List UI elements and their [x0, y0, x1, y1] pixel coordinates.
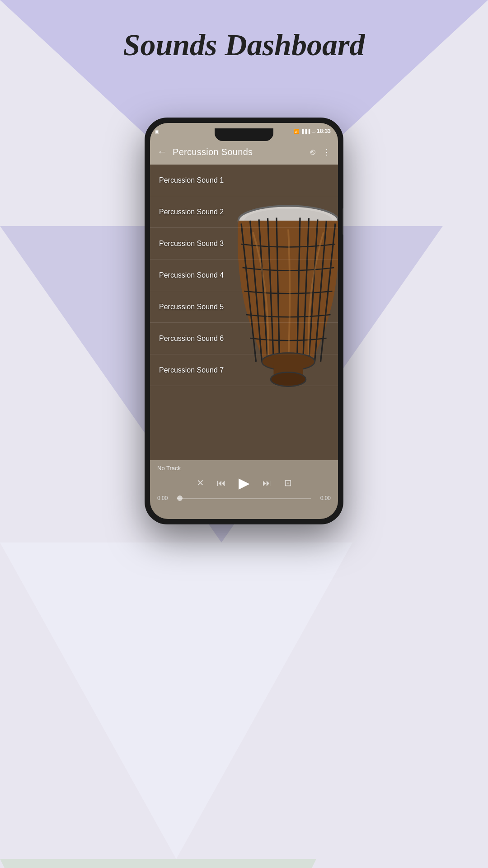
share-icon[interactable]: ⎋ [310, 147, 315, 157]
toolbar-icons: ⎋ ⋮ [310, 147, 331, 157]
wifi-icon: 📶 [294, 129, 299, 134]
page-title: Sounds Dashboard [0, 27, 488, 63]
phone-screen: ▣ 📶 ▐▐▐ ▭ 18:33 ← Percussion Sounds ⎋ ⋮ [150, 123, 338, 519]
status-right-area: 📶 ▐▐▐ ▭ 18:33 [294, 128, 331, 134]
progress-bar[interactable] [177, 498, 311, 499]
list-item[interactable]: Percussion Sound 7 [150, 354, 338, 386]
time-start: 0:00 [157, 495, 174, 501]
bg-triangle-white [0, 542, 352, 859]
sound-list: Percussion Sound 1 Percussion Sound 2 Pe… [150, 165, 338, 460]
battery-icon: ▭ [311, 129, 315, 134]
player-timeline: 0:00 0:00 [157, 495, 331, 501]
list-item[interactable]: Percussion Sound 6 [150, 323, 338, 354]
sound-item-label: Percussion Sound 2 [159, 208, 224, 216]
toolbar-title: Percussion Sounds [173, 147, 310, 157]
app-toolbar: ← Percussion Sounds ⎋ ⋮ [150, 139, 338, 165]
sound-item-label: Percussion Sound 4 [159, 271, 224, 279]
back-button[interactable]: ← [157, 146, 167, 158]
list-item[interactable]: Percussion Sound 2 [150, 196, 338, 228]
list-item[interactable]: Percussion Sound 4 [150, 259, 338, 291]
phone-mockup: ▣ 📶 ▐▐▐ ▭ 18:33 ← Percussion Sounds ⎋ ⋮ [145, 118, 343, 524]
prev-button[interactable]: ⏮ [217, 478, 226, 488]
signal-icon: ▐▐▐ [300, 129, 310, 134]
bg-triangle-green [0, 859, 316, 868]
phone-side-button [343, 208, 343, 235]
phone-notch [215, 128, 273, 141]
sound-item-label: Percussion Sound 1 [159, 176, 224, 184]
media-player: No Track ✕ ⏮ ▶ ⏭ ⊡ 0:00 0:00 [150, 460, 338, 519]
next-button[interactable]: ⏭ [263, 478, 272, 488]
player-controls: ✕ ⏮ ▶ ⏭ ⊡ [157, 474, 331, 491]
list-item[interactable]: Percussion Sound 3 [150, 228, 338, 259]
sound-item-label: Percussion Sound 7 [159, 366, 224, 374]
time-end: 0:00 [314, 495, 331, 501]
sound-item-label: Percussion Sound 3 [159, 240, 224, 248]
status-time: 18:33 [317, 128, 331, 134]
sound-item-label: Percussion Sound 5 [159, 303, 224, 311]
progress-dot [177, 495, 183, 501]
play-button[interactable]: ▶ [239, 474, 250, 491]
status-left-icon: ▣ [155, 128, 159, 134]
sound-item-label: Percussion Sound 6 [159, 335, 224, 343]
list-item[interactable]: Percussion Sound 1 [150, 165, 338, 196]
more-options-icon[interactable]: ⋮ [323, 147, 331, 157]
track-name: No Track [157, 465, 331, 472]
shuffle-button[interactable]: ✕ [197, 477, 204, 488]
repeat-button[interactable]: ⊡ [284, 477, 292, 488]
list-item[interactable]: Percussion Sound 5 [150, 291, 338, 323]
